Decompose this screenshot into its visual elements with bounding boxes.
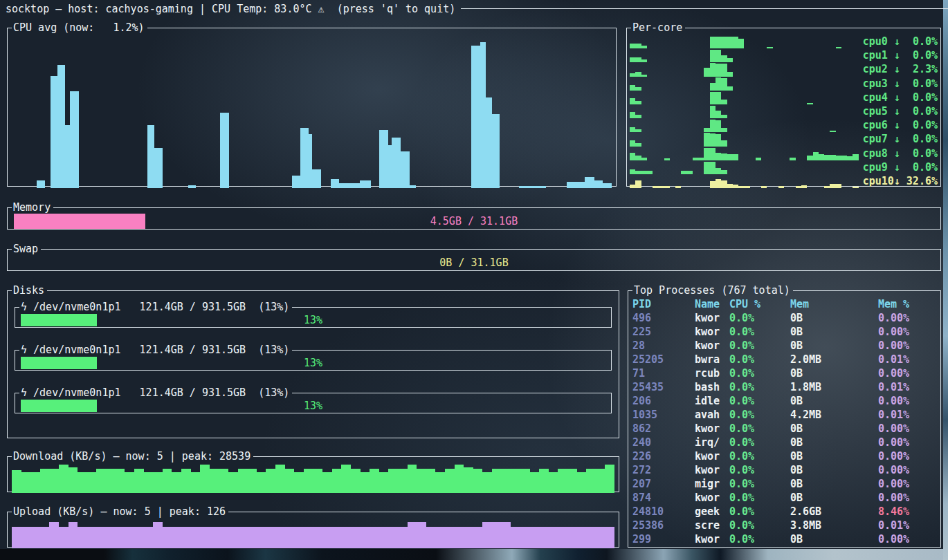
process-cpu-percent: 0.0%: [729, 422, 790, 436]
spark-bar: [704, 133, 709, 146]
process-name: kwor: [695, 339, 729, 353]
cpu-history-bar: [37, 180, 45, 188]
upload-bar: [549, 527, 558, 548]
cpu-history-bar: [154, 148, 162, 188]
spark-bar: [761, 186, 767, 188]
lightning-icon: ϟ: [21, 301, 33, 313]
spark-bar: [801, 185, 807, 188]
process-cpu-percent: 0.0%: [729, 408, 790, 422]
core-label: cpu0↓0.0%: [863, 35, 938, 48]
spark-bar: [715, 77, 721, 91]
core-label: cpu2↓2.3%: [863, 62, 938, 76]
spark-bar: [664, 186, 670, 188]
download-bar: [322, 472, 332, 493]
spark-bar: [710, 181, 715, 188]
download-bar: [445, 469, 455, 493]
upload-bar: [134, 527, 144, 548]
disk-title-text: /dev/nvme0n1p1 121.4GB / 931.5GB (13%): [33, 386, 289, 399]
core-usage-value: 0.0%: [900, 49, 938, 62]
spark-bar: [824, 186, 830, 188]
memory-usage-label: 4.5GB / 31.1GB: [14, 214, 934, 229]
process-row: 206idle0.0%0B0.00%: [631, 394, 939, 408]
upload-bar: [530, 527, 540, 548]
cpu-history-bar: [480, 42, 486, 188]
disk-box: ϟ /dev/nvme0n1p1 121.4GB / 931.5GB (13%)…: [15, 301, 612, 328]
download-bar: [21, 472, 31, 493]
process-mem: 0B: [790, 339, 878, 353]
process-cpu-percent: 0.0%: [729, 491, 790, 505]
process-row: 25435bash0.0%1.8MB0.01%: [631, 380, 939, 394]
process-cpu-percent: 0.0%: [729, 325, 790, 339]
download-bar: [134, 469, 144, 493]
core-usage-value: 0.0%: [900, 91, 938, 104]
process-pid: 25205: [632, 353, 695, 366]
cpu-history-bar: [492, 114, 500, 188]
process-cpu-percent: 0.0%: [729, 532, 790, 546]
spark-bar: [853, 187, 858, 188]
spark-bar: [836, 156, 841, 160]
download-chart: [12, 464, 614, 493]
process-cpu-percent: 0.0%: [729, 505, 790, 519]
upload-bar: [539, 527, 549, 548]
spark-bar: [704, 148, 709, 160]
process-name: idle: [695, 394, 729, 408]
upload-bar: [586, 527, 596, 548]
upload-bar: [21, 527, 31, 548]
process-mem: 0B: [790, 477, 878, 491]
disks-panel: Disks ϟ /dev/nvme0n1p1 121.4GB / 931.5GB…: [7, 285, 619, 438]
down-arrow-icon: ↓: [894, 161, 900, 174]
upload-bar: [106, 527, 116, 548]
process-row: 225kwor0.0%0B0.00%: [631, 325, 939, 339]
swap-gauge: 0B / 31.1GB: [14, 255, 934, 270]
core-sparkline: [630, 104, 863, 118]
process-mem: 0B: [790, 311, 878, 325]
download-bar: [605, 465, 614, 493]
spark-bar: [721, 37, 727, 48]
upload-bar: [266, 527, 275, 548]
upload-bar: [12, 527, 21, 548]
process-row: 240irq/0.0%0B0.00%: [631, 436, 939, 449]
down-arrow-icon: ↓: [894, 119, 900, 131]
download-bar: [59, 465, 69, 493]
warning-icon: ⚠: [318, 3, 325, 15]
cpu-history-bar: [339, 183, 360, 188]
disk-percent-label: 13%: [21, 400, 605, 412]
upload-bar: [40, 527, 50, 548]
spark-bar: [710, 63, 715, 76]
spark-bar: [813, 152, 819, 160]
download-bar: [116, 469, 125, 493]
spark-bar: [721, 55, 727, 62]
spark-bar: [704, 162, 709, 174]
spark-bar: [819, 154, 824, 160]
core-row: cpu1↓0.0%: [630, 48, 938, 62]
download-bar: [361, 472, 370, 493]
download-bar: [78, 472, 87, 493]
process-row: 207migr0.0%0B0.00%: [631, 477, 939, 491]
upload-bar: [172, 527, 181, 548]
download-bar: [464, 467, 473, 493]
process-pid: 225: [632, 325, 695, 339]
down-arrow-icon: ↓: [894, 105, 900, 118]
cpu-history-bar: [486, 97, 492, 188]
upload-bar: [473, 527, 483, 548]
spark-bar: [630, 98, 635, 104]
process-pid: 1035: [632, 408, 695, 422]
download-bar: [502, 469, 511, 493]
cpu-history-bar: [471, 46, 480, 188]
cpu-history-bar: [65, 125, 70, 188]
download-bar: [144, 472, 154, 493]
process-row: 28kwor0.0%0B0.00%: [631, 339, 939, 353]
core-row: cpu0↓0.0%: [630, 35, 938, 48]
spark-bar: [710, 133, 715, 146]
core-usage-value: 0.0%: [900, 119, 938, 131]
process-mem: 0B: [790, 422, 878, 436]
download-bar: [530, 472, 540, 493]
disk-box: ϟ /dev/nvme0n1p1 121.4GB / 931.5GB (13%)…: [15, 387, 612, 413]
upload-bar: [520, 527, 530, 548]
process-name: geek: [695, 505, 729, 519]
download-bar: [285, 469, 295, 493]
disk-gauge: 13%: [21, 357, 605, 369]
cpu-history-bar: [331, 179, 339, 188]
process-table-header: PIDNameCPU %MemMem %: [631, 297, 939, 311]
disks-panel-title: Disks: [12, 285, 47, 296]
